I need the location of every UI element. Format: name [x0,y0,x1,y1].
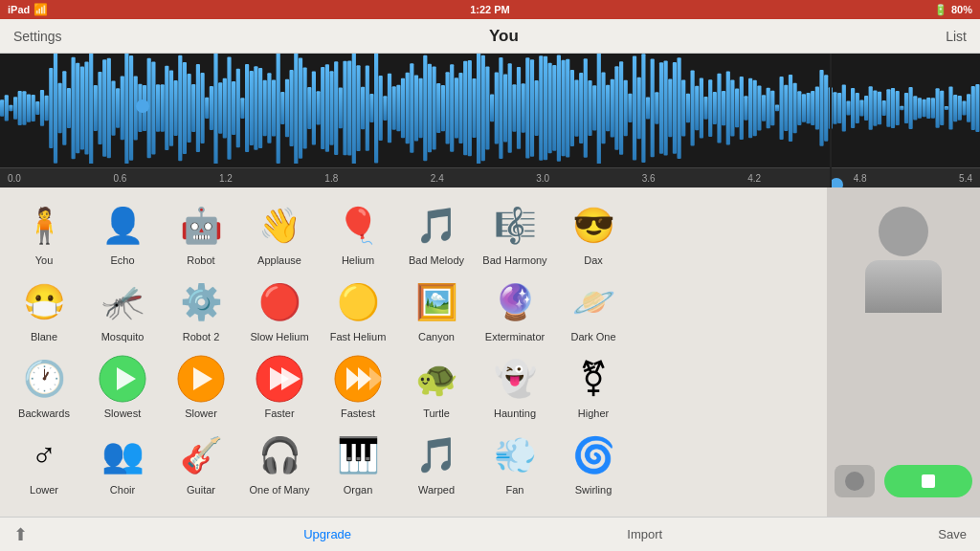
svg-rect-181 [802,94,806,122]
status-bar: iPad 📶 1:22 PM 🔋 80% [0,0,980,19]
svg-rect-168 [744,96,747,120]
dax-label: Dax [584,254,603,266]
effect-lower[interactable]: ♂️ Lower [6,425,82,497]
svg-rect-138 [611,79,614,138]
effect-canyon[interactable]: 🖼️ Canyon [398,272,475,344]
svg-rect-104 [458,73,462,143]
effect-backwards[interactable]: 🕐 Backwards [6,348,82,421]
nav-bar: Settings You List [0,19,980,54]
effect-swirling[interactable]: 🌀 Swirling [555,425,632,497]
svg-rect-205 [909,87,913,129]
svg-rect-145 [641,54,645,163]
svg-rect-186 [824,75,828,142]
svg-rect-159 [703,97,707,120]
effect-blane[interactable]: 😷 Blane [6,272,82,344]
settings-button[interactable]: Settings [13,29,62,44]
effect-turtle[interactable]: 🐢 Turtle [398,348,475,421]
effect-slowest[interactable]: Slowest [84,348,161,421]
effect-haunting[interactable]: 👻 Haunting [477,348,553,421]
save-button[interactable]: Save [938,527,967,541]
effect-exterminator[interactable]: 🔮 Exterminator [477,272,553,344]
svg-rect-3 [9,105,12,111]
svg-rect-194 [859,100,863,117]
svg-rect-207 [918,98,922,118]
effect-bad-harmony[interactable]: 🎼 Bad Harmony [477,195,553,268]
svg-rect-171 [757,86,761,131]
time-mark-3: 1.8 [324,173,338,184]
effect-robot2[interactable]: ⚙️ Robot 2 [163,272,239,344]
svg-rect-195 [864,96,868,121]
svg-rect-81 [356,65,360,151]
fan-icon: 💨 [488,429,542,482]
effects-row-3: ♂️ Lower 👥 Choir 🎸 Guitar 🎧 One of Many … [6,425,821,497]
svg-rect-100 [441,85,445,131]
effect-bad-melody[interactable]: 🎵 Bad Melody [398,195,475,268]
effect-fan[interactable]: 💨 Fan [477,425,553,497]
svg-rect-139 [614,66,618,149]
main-content: 🧍 You 👤 Echo 🤖 Robot 👋 Applause 🎈 Helium… [0,187,980,517]
svg-rect-178 [789,75,792,142]
time-mark-6: 3.6 [642,173,656,184]
svg-rect-192 [851,88,855,128]
svg-rect-213 [945,106,948,110]
svg-rect-40 [174,80,178,136]
effects-row-1: 😷 Blane 🦟 Mosquito ⚙️ Robot 2 🔴 Slow Hel… [6,272,821,344]
effect-robot[interactable]: 🤖 Robot [163,195,239,268]
effect-higher[interactable]: ⚧ Higher [555,348,632,421]
svg-rect-215 [953,95,957,121]
svg-rect-125 [552,65,556,151]
svg-rect-2 [5,95,9,121]
svg-rect-146 [646,98,650,120]
svg-rect-190 [842,85,846,132]
effect-helium[interactable]: 🎈 Helium [320,195,396,268]
exterminator-icon: 🔮 [488,276,542,329]
effect-slower[interactable]: Slower [163,348,239,421]
record-grey-button[interactable] [835,465,875,497]
svg-rect-74 [325,64,329,152]
share-button[interactable]: ⬆ [13,524,28,545]
svg-rect-163 [722,91,725,125]
effect-dark-one[interactable]: 🪐 Dark One [555,272,632,344]
effect-choir[interactable]: 👥 Choir [84,425,161,497]
svg-rect-41 [178,55,182,162]
svg-rect-170 [753,80,757,137]
svg-rect-36 [156,84,160,132]
list-button[interactable]: List [946,29,967,44]
waveform-end-handle[interactable] [830,178,843,187]
svg-rect-85 [374,54,378,164]
waveform-start-handle[interactable] [136,99,149,113]
effect-warped[interactable]: 🎵 Warped [398,425,475,497]
effect-fast-helium[interactable]: 🟡 Fast Helium [320,272,396,344]
effect-faster[interactable]: Faster [241,348,318,421]
svg-rect-49 [213,54,217,164]
svg-rect-102 [450,64,454,152]
turtle-icon: 🐢 [410,352,463,406]
effect-applause[interactable]: 👋 Applause [241,195,318,268]
svg-rect-64 [280,92,284,124]
svg-rect-106 [468,60,472,156]
effect-organ[interactable]: 🎹 Organ [320,425,396,497]
fast-helium-label: Fast Helium [330,331,387,342]
haunting-icon: 👻 [488,352,542,406]
import-button[interactable]: Import [627,527,662,541]
upgrade-button[interactable]: Upgrade [303,527,351,541]
svg-rect-118 [522,83,525,133]
effect-one-of-many[interactable]: 🎧 One of Many [241,425,318,497]
effect-echo[interactable]: 👤 Echo [84,195,161,268]
effect-guitar[interactable]: 🎸 Guitar [163,425,239,497]
time-mark-7: 4.2 [747,173,761,184]
effect-fastest[interactable]: Fastest [320,348,396,421]
svg-rect-110 [485,67,489,150]
effect-slow-helium[interactable]: 🔴 Slow Helium [241,272,318,344]
effect-dax[interactable]: 😎 Dax [555,195,632,268]
svg-rect-37 [161,84,165,131]
effect-you[interactable]: 🧍 You [6,195,82,268]
effect-mosquito[interactable]: 🦟 Mosquito [84,272,161,344]
helium-icon: 🎈 [331,199,385,253]
stop-button[interactable] [884,465,972,497]
svg-rect-98 [433,66,436,149]
avatar-head [879,207,928,256]
stop-icon [922,474,935,488]
svg-rect-156 [691,71,695,146]
you-icon: 🧍 [17,199,71,253]
